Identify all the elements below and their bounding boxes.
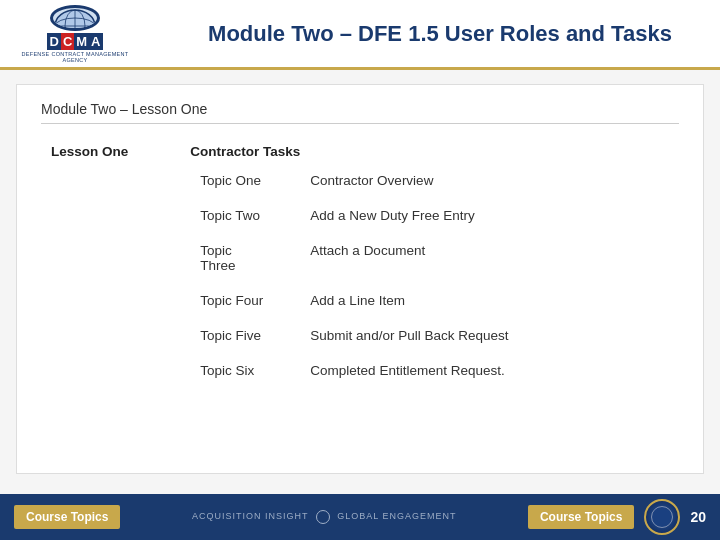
topic-inner-cell: Topic OneContractor Overview: [180, 163, 679, 198]
footer-left-label[interactable]: Course Topics: [14, 505, 120, 529]
table-row: Topic TwoAdd a New Duty Free Entry: [41, 198, 679, 233]
logo-box: DCMA DEFENSE CONTRACT MANAGEMENT AGENCY: [20, 5, 130, 63]
topic-row-indent: [41, 163, 180, 198]
logo-globe: [50, 5, 100, 31]
module-heading: Module Two – Lesson One: [41, 101, 679, 124]
topic-pair: Topic SixCompleted Entitlement Request.: [190, 358, 669, 383]
footer-emblem: [644, 499, 680, 535]
topic-pair: Topic ThreeAttach a Document: [190, 238, 669, 278]
footer-center: ACQUISITION INSIGHT GLOBAL ENGAGEMENT: [192, 510, 457, 524]
topic-inner-cell: Topic FiveSubmit and/or Pull Back Reques…: [180, 318, 679, 353]
topic-description: Submit and/or Pull Back Request: [300, 323, 669, 348]
footer: Course Topics ACQUISITION INSIGHT GLOBAL…: [0, 494, 720, 540]
main-content: Module Two – Lesson One Lesson One Contr…: [16, 84, 704, 474]
table-row: Topic OneContractor Overview: [41, 163, 679, 198]
topic-pair: Topic TwoAdd a New Duty Free Entry: [190, 203, 669, 228]
topic-row-indent: [41, 318, 180, 353]
footer-emblem-inner: [651, 506, 673, 528]
content-table: Lesson One Contractor Tasks Topic OneCon…: [41, 140, 679, 388]
section-header-row: Lesson One Contractor Tasks: [41, 140, 679, 163]
topic-description: Add a Line Item: [300, 288, 669, 313]
topic-inner-cell: Topic ThreeAttach a Document: [180, 233, 679, 283]
page-number: 20: [690, 509, 706, 525]
topic-row-indent: [41, 353, 180, 388]
topic-name: Topic Two: [190, 203, 300, 228]
logo-area: DCMA DEFENSE CONTRACT MANAGEMENT AGENCY: [20, 5, 180, 63]
table-row: Topic ThreeAttach a Document: [41, 233, 679, 283]
footer-right-label[interactable]: Course Topics: [528, 505, 634, 529]
footer-right: Course Topics 20: [528, 499, 706, 535]
topic-pair: Topic FourAdd a Line Item: [190, 288, 669, 313]
topic-name: Topic Six: [190, 358, 300, 383]
header: DCMA DEFENSE CONTRACT MANAGEMENT AGENCY …: [0, 0, 720, 70]
topic-pair: Topic FiveSubmit and/or Pull Back Reques…: [190, 323, 669, 348]
logo-subtitle: DEFENSE CONTRACT MANAGEMENT AGENCY: [20, 51, 130, 63]
table-row: Topic FourAdd a Line Item: [41, 283, 679, 318]
topic-name: Topic One: [190, 168, 300, 193]
topic-name: Topic Three: [190, 238, 300, 278]
table-row: Topic SixCompleted Entitlement Request.: [41, 353, 679, 388]
topic-description: Attach a Document: [300, 238, 669, 278]
footer-text1: ACQUISITION INSIGHT: [192, 511, 308, 521]
topic-inner-cell: Topic FourAdd a Line Item: [180, 283, 679, 318]
footer-text2: GLOBAL ENGAGEMENT: [337, 511, 456, 521]
topic-row-indent: [41, 283, 180, 318]
lesson-label: Lesson One: [41, 140, 180, 163]
topic-inner-cell: Topic SixCompleted Entitlement Request.: [180, 353, 679, 388]
table-row: Topic FiveSubmit and/or Pull Back Reques…: [41, 318, 679, 353]
topic-name: Topic Four: [190, 288, 300, 313]
globe-icon: [316, 510, 330, 524]
topic-inner-cell: Topic TwoAdd a New Duty Free Entry: [180, 198, 679, 233]
topic-row-indent: [41, 233, 180, 283]
topic-row-indent: [41, 198, 180, 233]
topic-description: Contractor Overview: [300, 168, 669, 193]
topic-pair: Topic OneContractor Overview: [190, 168, 669, 193]
section-label: Contractor Tasks: [180, 140, 679, 163]
header-title: Module Two – DFE 1.5 User Roles and Task…: [180, 21, 700, 47]
topic-name: Topic Five: [190, 323, 300, 348]
logo-dcma: DCMA: [47, 33, 102, 50]
topic-description: Add a New Duty Free Entry: [300, 203, 669, 228]
topic-description: Completed Entitlement Request.: [300, 358, 669, 383]
